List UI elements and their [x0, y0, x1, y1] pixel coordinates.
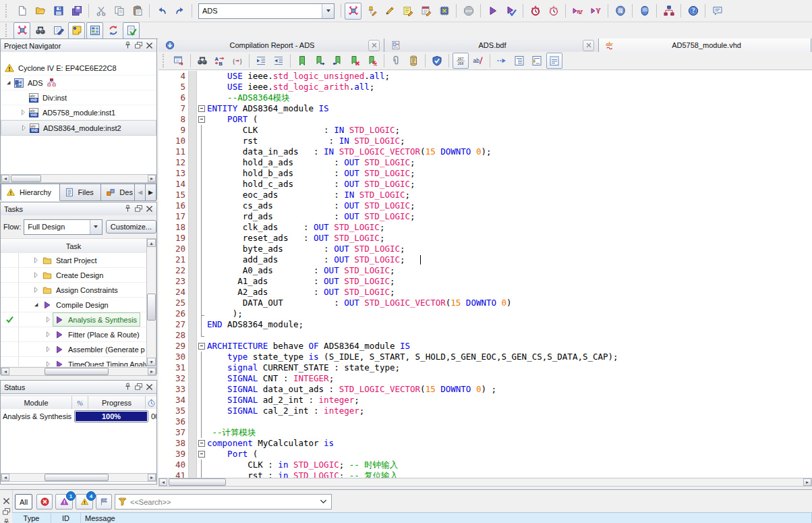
tabs-scroll-right-button[interactable]: ▶ [146, 184, 156, 201]
paste-button[interactable] [129, 3, 146, 20]
timequest-analyzer-button[interactable] [527, 3, 544, 20]
column-percent[interactable]: % [72, 396, 88, 410]
compilation-dashboard-button[interactable] [13, 22, 30, 39]
chip-planner-button[interactable] [436, 3, 453, 20]
clear-bookmark-button[interactable] [347, 53, 363, 69]
find-button[interactable] [194, 53, 210, 69]
message-search-combo[interactable]: <<Search>> [115, 494, 332, 510]
scrollbar-thumb[interactable] [11, 175, 41, 182]
undo-button[interactable] [153, 3, 170, 20]
indent-button[interactable] [253, 53, 269, 69]
expand-arrow-icon[interactable] [18, 108, 28, 117]
clear-all-bookmarks-button[interactable] [364, 53, 380, 69]
task-row[interactable]: Assembler (Generate p [1, 342, 146, 357]
expand-arrow-icon[interactable] [43, 360, 53, 366]
vertical-scrollbar[interactable]: ▴ ▾ [146, 238, 156, 366]
fold-collapse-box[interactable] [197, 438, 207, 449]
start-compilation-button[interactable] [484, 3, 501, 20]
design-partitions-button[interactable] [417, 3, 434, 20]
flow-combo[interactable]: Full Design [24, 219, 103, 235]
filter-all-button[interactable]: All [15, 494, 32, 510]
horizontal-scrollbar[interactable]: ◂ ▸ [1, 367, 156, 376]
expand-arrow-icon[interactable] [19, 123, 28, 132]
fold-collapse-box[interactable] [197, 449, 207, 460]
collapse-all-button[interactable] [511, 53, 527, 69]
project-tree-item[interactable]: Cyclone IV E: EP4CE6E22C8 [1, 61, 156, 76]
filter-warnings-button[interactable]: 4 [76, 494, 93, 510]
close-icon[interactable] [1, 496, 11, 505]
design-assistant-button[interactable] [123, 22, 140, 39]
column-progress[interactable]: Progress [88, 396, 146, 410]
filter-errors-button[interactable] [36, 494, 53, 510]
pin-planner-button[interactable] [363, 3, 380, 20]
float-window-icon[interactable] [134, 41, 144, 51]
document-tab[interactable]: ADS.bdf [384, 38, 599, 52]
document-tab[interactable]: abcAD5758_module.vhd [599, 38, 811, 52]
programmer-button[interactable] [612, 3, 629, 20]
float-window-icon[interactable] [1, 507, 11, 516]
save-button[interactable] [50, 3, 67, 20]
horizontal-scrollbar[interactable]: ◂ ▸ [158, 478, 812, 487]
toggle-bookmark-button[interactable] [294, 53, 310, 69]
float-window-icon[interactable] [134, 204, 144, 214]
project-tree-item[interactable]: abcVHDAD5758_module:inst1 [1, 105, 156, 120]
fold-collapse-box[interactable] [197, 103, 207, 114]
line-numbers-toggle[interactable]: 267268 [453, 53, 469, 69]
document-tab[interactable]: Compilation Report - ADS [158, 38, 384, 52]
task-row[interactable]: TimeQuest Timing Analy [1, 357, 146, 366]
pin-icon[interactable] [123, 383, 133, 392]
compile-design-button[interactable] [345, 3, 361, 20]
previous-bookmark-button[interactable] [329, 53, 345, 69]
toolbar-grip[interactable] [5, 24, 10, 37]
outline-view-toggle[interactable] [546, 53, 562, 69]
redo-button[interactable] [171, 3, 188, 20]
assignment-editor-button[interactable] [381, 3, 398, 20]
expand-arrow-icon[interactable] [43, 315, 53, 324]
analyze-current-file-button[interactable] [429, 53, 445, 69]
expand-arrow-icon[interactable] [43, 330, 53, 339]
tab-hierarchy[interactable]: Hierarchy [1, 184, 60, 201]
scrollbar-thumb[interactable] [45, 368, 109, 375]
scroll-down-button[interactable]: ▾ [147, 358, 156, 366]
scroll-right-button[interactable]: ▸ [148, 368, 156, 375]
close-icon[interactable] [144, 204, 154, 214]
match-brace-button[interactable]: {} [229, 53, 245, 69]
comment-toggle-button[interactable]: ab [470, 53, 486, 69]
save-project-button[interactable] [68, 3, 85, 20]
assignment-editor-2-button[interactable] [50, 22, 67, 39]
fold-collapse-box[interactable] [197, 341, 207, 352]
project-tree-item[interactable]: abcVHDADS8364_module:inst2 [1, 120, 156, 136]
scroll-right-button[interactable]: ▸ [148, 474, 156, 481]
scroll-right-button[interactable]: ▸ [803, 478, 811, 486]
project-tree-item[interactable]: abcVHDDiv:inst [1, 90, 156, 105]
cut-button[interactable] [92, 3, 109, 20]
entity-combo[interactable]: ADS [198, 3, 335, 19]
rtl-simulation-button[interactable] [569, 3, 586, 20]
goto-line-button[interactable] [494, 53, 510, 69]
scroll-right-button[interactable]: ▸ [148, 175, 156, 182]
fold-collapse-box[interactable] [197, 114, 207, 125]
toolbar-grip[interactable] [163, 54, 167, 67]
chevron-down-icon[interactable] [318, 497, 328, 507]
collapse-arrow-icon[interactable] [31, 300, 40, 309]
find-in-project-button[interactable] [32, 22, 49, 39]
filter-critical-warnings-button[interactable]: 1 [55, 494, 73, 510]
pin-icon[interactable] [123, 41, 133, 51]
project-tree-item[interactable]: BDFADS [1, 76, 156, 90]
task-row[interactable]: Fitter (Place & Route) [1, 327, 146, 342]
copy-button[interactable] [111, 3, 127, 20]
open-file-button[interactable] [32, 3, 49, 20]
find-replace-window-button[interactable] [171, 53, 187, 69]
task-row[interactable]: Create Design [1, 268, 146, 283]
scroll-up-button[interactable]: ▴ [147, 239, 156, 247]
next-bookmark-button[interactable] [312, 53, 328, 69]
float-window-icon[interactable] [134, 383, 144, 392]
close-tab-button[interactable] [583, 40, 594, 51]
scrollbar-thumb[interactable] [45, 474, 109, 481]
scroll-left-button[interactable]: ◂ [1, 175, 9, 182]
horizontal-scrollbar[interactable]: ◂ ▸ [1, 473, 156, 482]
settings-button[interactable] [399, 3, 416, 20]
toolbar-grip[interactable] [5, 4, 10, 18]
expand-arrow-icon[interactable] [31, 271, 40, 279]
tab-files[interactable]: Files [60, 184, 102, 201]
